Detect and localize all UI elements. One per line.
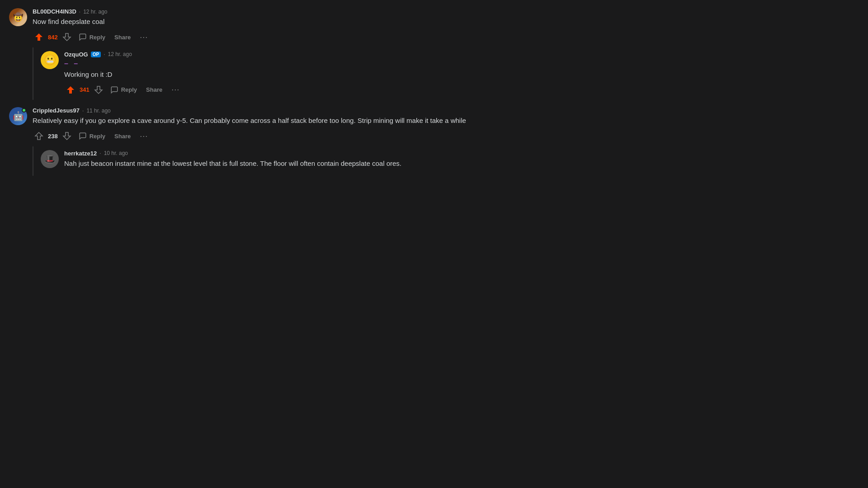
vote-count-crippled: 238 xyxy=(48,133,58,140)
vote-section-crippled: 238 xyxy=(33,130,73,142)
more-button-ozqu[interactable]: ··· xyxy=(168,83,183,96)
comment-text-crippled: Relatively easy if you go explore a cave… xyxy=(33,116,579,126)
comment-actions-crippled: 238 Reply Share ·· xyxy=(33,130,579,143)
comments-container: 🤠 BL00DCH4IN3D · 12 hr. ago Now find dee… xyxy=(0,0,588,180)
reply-button-ozqu[interactable]: Reply xyxy=(107,84,141,96)
reply-icon-crippled xyxy=(79,132,87,140)
avatar-wrapper-ozqu: 😬 xyxy=(41,51,59,97)
avatar-wrapper-herr: 🎩 xyxy=(41,150,59,173)
comment-header-bl00d: BL00DCH4IN3D · 12 hr. ago xyxy=(33,8,579,15)
comment-bl00d: 🤠 BL00DCH4IN3D · 12 hr. ago Now find dee… xyxy=(9,5,579,47)
reply-icon-bl00d xyxy=(79,33,87,41)
vote-count-bl00d: 842 xyxy=(48,34,58,41)
downvote-button-crippled[interactable] xyxy=(61,130,73,142)
vote-section-bl00d: 842 xyxy=(33,31,73,43)
upvote-button-crippled[interactable] xyxy=(33,130,45,142)
more-button-crippled[interactable]: ··· xyxy=(136,130,151,143)
timestamp-bl00d: 12 hr. ago xyxy=(83,9,107,15)
upvote-icon-bl00d xyxy=(34,33,43,42)
comment-header-crippled: CrippledJesus97 · 11 hr. ago xyxy=(33,107,579,114)
comment-body-crippled: CrippledJesus97 · 11 hr. ago Relatively … xyxy=(33,107,579,143)
avatar-ozqu: 😬 xyxy=(41,51,59,69)
comment-actions-ozqu: 341 Reply Share ·· xyxy=(64,83,579,96)
comment-text-bl00d: Now find deepslate coal xyxy=(33,17,579,27)
comment-body-bl00d: BL00DCH4IN3D · 12 hr. ago Now find deeps… xyxy=(33,8,579,44)
comment-body-herr: herrkatze12 · 10 hr. ago Nah just beacon… xyxy=(64,150,579,173)
more-button-bl00d[interactable]: ··· xyxy=(136,31,151,44)
comment-body-ozqu: OzquOG OP · 12 hr. ago – – Working on it… xyxy=(64,51,579,97)
username-ozqu[interactable]: OzquOG xyxy=(64,51,88,58)
reply-icon-ozqu xyxy=(110,86,118,94)
vote-section-ozqu: 341 xyxy=(64,84,105,96)
comment-ozqu: 😬 OzquOG OP · 12 hr. ago – – Working on … xyxy=(33,47,579,100)
upvote-button-ozqu[interactable] xyxy=(64,84,77,96)
share-button-crippled[interactable]: Share xyxy=(111,131,134,141)
comment-herr: 🎩 herrkatze12 · 10 hr. ago Nah just beac… xyxy=(33,146,579,176)
vote-count-ozqu: 341 xyxy=(80,86,90,93)
op-badge-ozqu: OP xyxy=(91,52,101,57)
share-button-ozqu[interactable]: Share xyxy=(142,84,166,95)
username-herr[interactable]: herrkatze12 xyxy=(64,150,97,157)
avatar-bl00d: 🤠 xyxy=(9,8,27,26)
timestamp-crippled: 11 hr. ago xyxy=(86,108,110,114)
avatar-wrapper-crippled: 🤖 xyxy=(9,107,27,143)
username-crippled[interactable]: CrippledJesus97 xyxy=(33,107,80,114)
online-indicator-crippled xyxy=(22,108,26,113)
comment-header-herr: herrkatze12 · 10 hr. ago xyxy=(64,150,579,157)
comment-actions-bl00d: 842 Reply Share ·· xyxy=(33,31,579,44)
dashes-ozqu: – – xyxy=(64,60,579,68)
reply-button-bl00d[interactable]: Reply xyxy=(75,31,109,43)
downvote-button-ozqu[interactable] xyxy=(92,84,105,96)
comment-text-ozqu: Working on it :D xyxy=(64,70,579,80)
upvote-icon-crippled xyxy=(34,131,43,141)
upvote-button-bl00d[interactable] xyxy=(33,31,45,43)
avatar-herr: 🎩 xyxy=(41,150,59,168)
timestamp-herr: 10 hr. ago xyxy=(104,150,128,156)
upvote-icon-ozqu xyxy=(66,85,75,94)
downvote-icon-crippled xyxy=(62,131,71,141)
downvote-button-bl00d[interactable] xyxy=(61,31,73,43)
timestamp-ozqu: 12 hr. ago xyxy=(108,51,132,57)
comment-crippled: 🤖 CrippledJesus97 · 11 hr. ago Relativel… xyxy=(9,103,579,146)
username-bl00d[interactable]: BL00DCH4IN3D xyxy=(33,8,76,15)
downvote-icon-bl00d xyxy=(62,33,71,42)
downvote-icon-ozqu xyxy=(94,85,103,94)
reply-button-crippled[interactable]: Reply xyxy=(75,130,109,142)
avatar-wrapper-bl00d: 🤠 xyxy=(9,8,27,44)
comment-text-herr: Nah just beacon instant mine at the lowe… xyxy=(64,159,579,169)
share-button-bl00d[interactable]: Share xyxy=(111,32,134,42)
comment-header-ozqu: OzquOG OP · 12 hr. ago xyxy=(64,51,579,58)
